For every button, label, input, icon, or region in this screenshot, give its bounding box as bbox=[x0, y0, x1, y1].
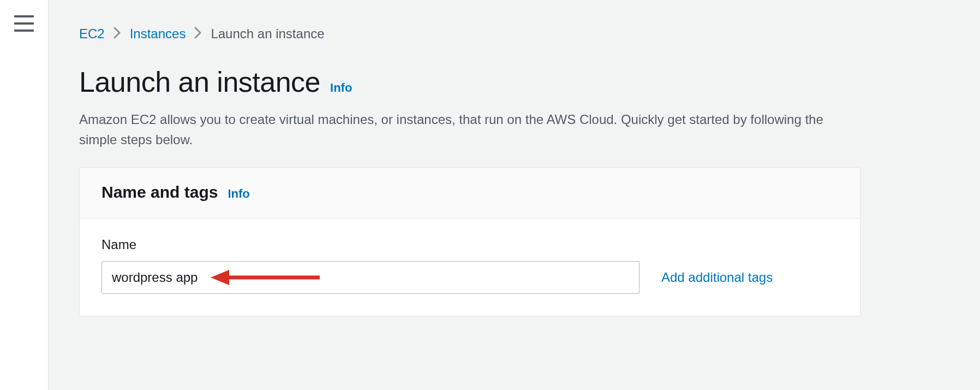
annotation-arrow-icon bbox=[211, 267, 320, 288]
chevron-right-icon bbox=[113, 27, 121, 41]
add-additional-tags-link[interactable]: Add additional tags bbox=[661, 270, 773, 285]
name-and-tags-panel: Name and tags Info Name Add additional t… bbox=[79, 167, 861, 316]
chevron-right-icon bbox=[194, 27, 202, 41]
menu-toggle-icon[interactable] bbox=[14, 15, 34, 32]
page-title: Launch an instance bbox=[79, 66, 320, 98]
name-input[interactable] bbox=[101, 261, 640, 294]
page-description: Amazon EC2 allows you to create virtual … bbox=[79, 109, 843, 150]
breadcrumb-current: Launch an instance bbox=[211, 26, 324, 42]
info-link[interactable]: Info bbox=[330, 81, 352, 95]
breadcrumb-link-ec2[interactable]: EC2 bbox=[79, 26, 105, 42]
svg-marker-1 bbox=[211, 270, 229, 285]
info-link[interactable]: Info bbox=[228, 187, 249, 201]
name-field-label: Name bbox=[101, 237, 838, 252]
breadcrumb-link-instances[interactable]: Instances bbox=[130, 26, 186, 42]
panel-title: Name and tags bbox=[101, 183, 218, 202]
breadcrumb: EC2 Instances Launch an instance bbox=[79, 26, 949, 42]
